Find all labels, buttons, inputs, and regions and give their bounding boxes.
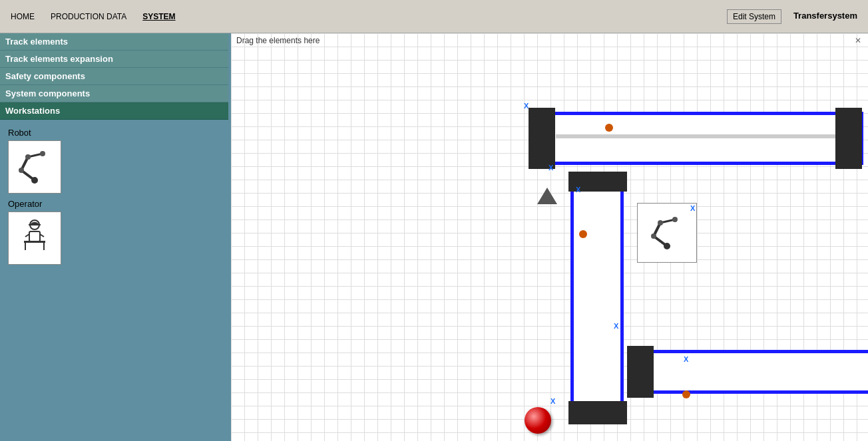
track-v-left xyxy=(570,176,624,416)
svg-point-6 xyxy=(40,151,45,156)
robot-label: Robot xyxy=(8,128,31,138)
track-v-left-cap-bottom xyxy=(568,401,627,424)
x-marker-ball[interactable]: X xyxy=(550,397,555,405)
track-h2-cap-left xyxy=(627,346,654,398)
svg-point-21 xyxy=(672,217,678,222)
operator-icon xyxy=(15,218,55,258)
track-h-2 xyxy=(629,350,868,394)
x-marker-robot[interactable]: X xyxy=(690,204,695,212)
top-navigation: HOME PRODUCTION DATA SYSTEM Edit System … xyxy=(0,0,868,33)
red-ball[interactable] xyxy=(525,407,551,434)
sidebar-workstations[interactable]: Workstations xyxy=(0,102,228,120)
svg-point-3 xyxy=(31,177,38,184)
sidebar-safety-components[interactable]: Safety components xyxy=(0,68,228,85)
transfersystem-label: Transfersystem xyxy=(793,11,857,21)
edit-system-button[interactable]: Edit System xyxy=(727,9,781,24)
robot-canvas-icon xyxy=(647,213,687,253)
svg-rect-12 xyxy=(24,241,45,243)
svg-point-5 xyxy=(25,154,31,160)
track-cap-left-1 xyxy=(529,108,555,169)
orange-dot-lv xyxy=(579,230,587,238)
track-h-1 xyxy=(531,112,863,165)
robot-canvas-box[interactable] xyxy=(637,203,697,263)
sidebar-items-area: Robot Operator xyxy=(0,120,231,273)
track-inner-1 xyxy=(556,134,835,138)
x-marker-bt1[interactable]: X xyxy=(684,355,688,363)
svg-point-19 xyxy=(651,233,656,239)
canvas-drag-hint: Drag the elements here xyxy=(236,36,320,45)
orange-dot-bt xyxy=(682,390,690,398)
nav-home[interactable]: HOME xyxy=(11,12,35,21)
svg-point-4 xyxy=(19,168,24,173)
sidebar: Track elements Track elements expansion … xyxy=(0,33,231,441)
canvas-area[interactable]: Drag the elements here ✕ X X xyxy=(231,33,868,441)
nav-production-data[interactable]: PRODUCTION DATA xyxy=(51,12,126,21)
robot-icon xyxy=(15,147,55,187)
orange-dot-1 xyxy=(605,124,613,132)
canvas-close-button[interactable]: ✕ xyxy=(855,36,861,45)
track-cap-right-1 xyxy=(835,108,862,169)
svg-point-18 xyxy=(664,243,670,249)
svg-rect-9 xyxy=(29,231,40,241)
workstation-operator-item: Operator xyxy=(8,199,223,265)
sidebar-track-elements[interactable]: Track elements xyxy=(0,33,228,51)
operator-icon-box[interactable] xyxy=(8,212,61,265)
triangle-marker xyxy=(537,188,557,204)
x-marker-lv2[interactable]: X xyxy=(614,322,618,330)
nav-system[interactable]: SYSTEM xyxy=(142,12,175,21)
workstation-robot-item: Robot xyxy=(8,128,223,194)
sidebar-system-components[interactable]: System components xyxy=(0,85,228,102)
x-marker-lv1[interactable]: X xyxy=(576,186,580,194)
operator-label: Operator xyxy=(8,199,42,209)
main-layout: Track elements Track elements expansion … xyxy=(0,33,868,441)
svg-point-20 xyxy=(658,220,663,225)
robot-icon-box[interactable] xyxy=(8,140,61,194)
sidebar-track-elements-expansion[interactable]: Track elements expansion xyxy=(0,51,228,68)
x-marker-2[interactable]: X xyxy=(548,164,553,172)
